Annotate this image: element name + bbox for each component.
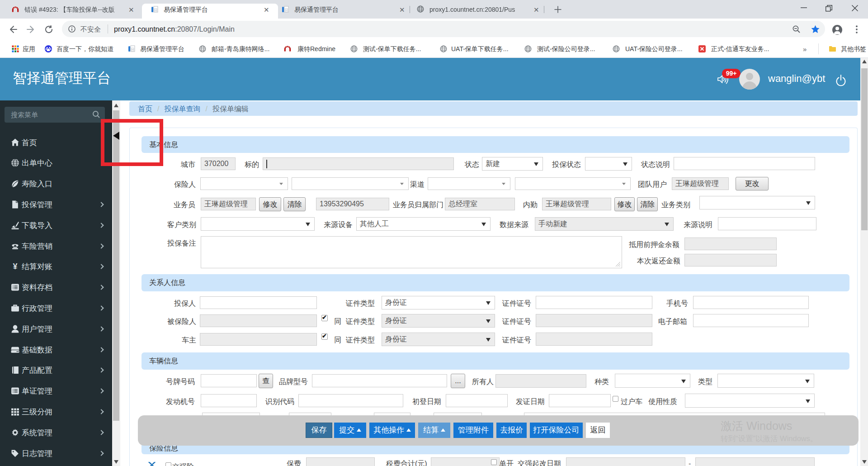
svg-text:¥: ¥: [13, 262, 18, 271]
